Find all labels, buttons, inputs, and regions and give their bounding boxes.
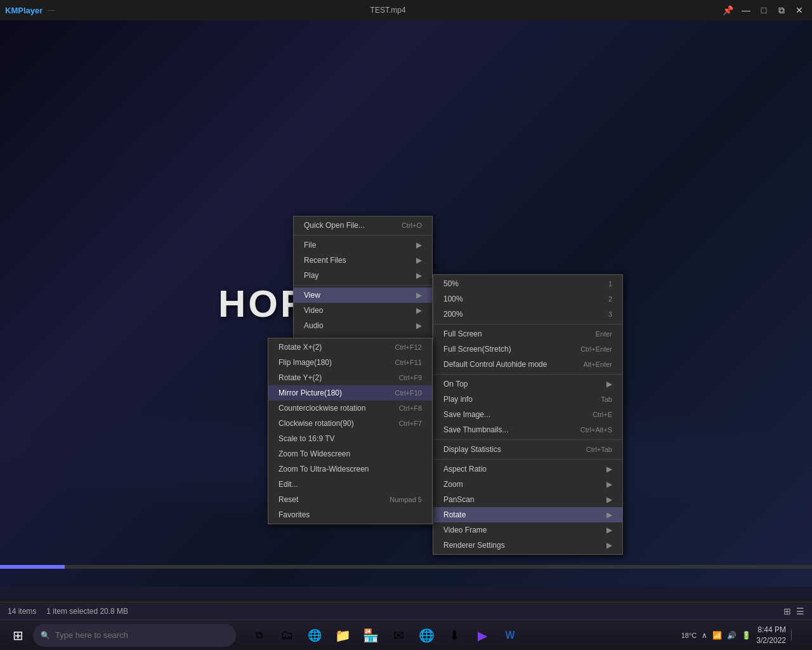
menu-reset[interactable]: Reset Numpad 5 [268,492,432,507]
menu-favorites-rot[interactable]: Favorites [268,507,432,522]
menu-rotate[interactable]: Rotate ▶ [433,507,622,522]
menu-audio[interactable]: Audio ▶ [294,318,432,333]
context-menu-view: 50% 1 100% 2 200% 3 Full Screen Enter Fu… [433,274,623,555]
taskbar-word[interactable]: W [497,623,523,648]
taskbar-edge[interactable]: 🌐 [302,623,327,648]
menu-fullscreen[interactable]: Full Screen Enter [433,326,622,342]
close-button[interactable]: ✕ [792,3,807,18]
view-list-btn[interactable]: ☰ [796,606,804,616]
menu-50pct[interactable]: 50% 1 [433,276,622,291]
menu-save-thumbnails[interactable]: Save Thumbnails... Ctrl+Alt+S [433,422,622,437]
menu-200pct[interactable]: 200% 3 [433,307,622,322]
chevron-icon[interactable]: ∧ [702,631,707,640]
taskbar-mail[interactable]: ✉ [386,623,411,648]
logo-dash: — [48,6,55,15]
file-status-bar: 14 items 1 item selected 20.8 MB ⊞ ☰ [0,602,812,620]
menu-ccw-rotation[interactable]: Counterclockwise rotation Ctrl+F8 [268,401,432,416]
menu-renderer-settings[interactable]: Renderer Settings ▶ [433,538,622,553]
context-menu-rotate: Rotate X+(2) Ctrl+F12 Flip Image(180) Ct… [268,338,433,524]
menu-rotate-x[interactable]: Rotate X+(2) Ctrl+F12 [268,340,432,355]
battery-icon: 🔋 [742,631,751,640]
menu-quick-open[interactable]: Quick Open File... Ctrl+O [294,218,432,233]
menu-play-info[interactable]: Play info Tab [433,392,622,407]
taskbar-files[interactable]: 🗂 [274,623,299,648]
app-logo: KMPlayer [5,6,43,15]
menu-aspect-ratio[interactable]: Aspect Ratio ▶ [433,461,622,477]
menu-view[interactable]: View ▶ [294,288,432,303]
maximize-button[interactable]: □ [756,3,771,18]
view-sep-2 [433,374,622,375]
menu-play[interactable]: Play ▶ [294,268,432,283]
menu-flip-image[interactable]: Flip Image(180) Ctrl+F11 [268,355,432,370]
menu-sep-2 [294,285,432,286]
menu-save-image[interactable]: Save Image... Ctrl+E [433,407,622,422]
system-tray: 18°C ∧ 📶 🔊 🔋 8:44 PM 3/2/2022 [676,625,807,646]
search-input[interactable] [55,630,182,640]
menu-file[interactable]: File ▶ [294,237,432,253]
network-icon: 📶 [712,631,722,640]
volume-icon[interactable]: 🔊 [727,631,737,640]
menu-video-frame[interactable]: Video Frame ▶ [433,522,622,538]
progress-fill [0,565,65,569]
taskbar-dl[interactable]: ⬇ [442,623,467,648]
titlebar-left: KMPlayer — [5,6,55,15]
title-bar: KMPlayer — TEST.mp4 📌 — □ ⧉ ✕ [0,0,812,20]
menu-100pct[interactable]: 100% 2 [433,291,622,307]
start-button[interactable]: ⊞ [5,623,30,648]
items-count: 14 items [8,607,36,616]
menu-video[interactable]: Video ▶ [294,303,432,318]
pin-button[interactable]: 📌 [721,3,736,18]
taskbar-media[interactable]: ▶ [469,623,495,648]
view-sep-1 [433,324,622,324]
taskview-btn[interactable]: ⧉ [246,623,272,648]
menu-cw-rotation[interactable]: Clockwise rotation(90) Ctrl+F7 [268,416,432,431]
progress-bar[interactable] [0,565,812,569]
menu-edit[interactable]: Edit... [268,477,432,492]
menu-sep-1 [294,235,432,235]
menu-fullscreen-stretch[interactable]: Full Screen(Stretch) Ctrl+Enter [433,342,622,357]
search-icon: 🔍 [41,631,50,640]
menu-on-top[interactable]: On Top ▶ [433,376,622,392]
resize-button[interactable]: ⧉ [774,3,789,18]
menu-scale-169[interactable]: Scale to 16:9 TV [268,431,432,446]
menu-zoom-widescreen[interactable]: Zoom To Widescreen [268,446,432,461]
menu-recent-files[interactable]: Recent Files ▶ [294,253,432,268]
show-desktop[interactable] [791,630,802,640]
taskbar-explorer[interactable]: 📁 [330,623,355,648]
taskbar-store[interactable]: 🏪 [358,623,383,648]
file-title: TEST.mp4 [370,6,406,15]
search-bar[interactable]: 🔍 [33,624,236,647]
taskbar-chrome[interactable]: 🌐 [414,623,439,648]
titlebar-controls: 📌 — □ ⧉ ✕ [721,3,807,18]
menu-panscan[interactable]: PanScan ▶ [433,492,622,507]
view-sep-3 [433,439,622,440]
clock-date: 3/2/2022 [756,635,786,646]
menu-autohide[interactable]: Default Control Autohide mode Alt+Enter [433,357,622,372]
menu-zoom-ultra-widescreen[interactable]: Zoom To Ultra-Widescreen [268,461,432,477]
view-grid-btn[interactable]: ⊞ [783,606,791,616]
sys-tray-icons: 18°C ∧ 📶 🔊 🔋 8:44 PM 3/2/2022 [676,625,807,646]
menu-rotate-y[interactable]: Rotate Y+(2) Ctrl+F9 [268,370,432,385]
selected-info: 1 item selected 20.8 MB [46,607,128,616]
menu-display-stats[interactable]: Display Statistics Ctrl+Tab [433,442,622,457]
temp-icon: 18°C [681,632,697,639]
minimize-button[interactable]: — [738,3,754,18]
clock: 8:44 PM 3/2/2022 [756,625,786,646]
taskbar: ⊞ 🔍 ⧉ 🗂 🌐 📁 🏪 ✉ 🌐 ⬇ ▶ W 18°C ∧ 📶 🔊 🔋 8:4… [0,620,812,650]
menu-mirror-picture[interactable]: Mirror Picture(180) Ctrl+F10 [268,385,432,401]
clock-time: 8:44 PM [756,625,786,635]
view-sep-4 [433,459,622,460]
menu-zoom[interactable]: Zoom ▶ [433,477,622,492]
